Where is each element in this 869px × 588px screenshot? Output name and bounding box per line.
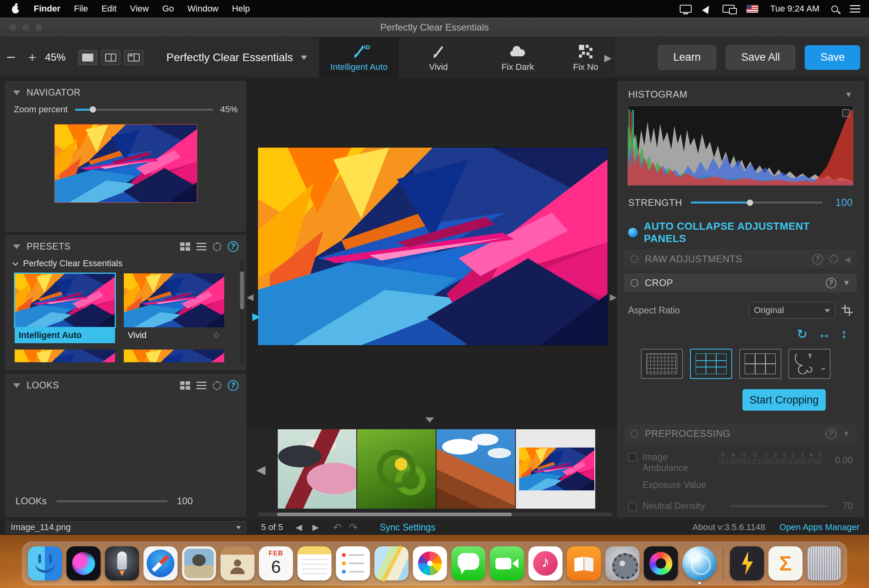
collapse-triangle-icon[interactable] [13, 244, 20, 249]
dock-sigma-app-icon[interactable] [769, 546, 803, 580]
preset-card-intelligent-auto[interactable]: Intelligent Auto [15, 273, 115, 343]
filmstrip-thumb-1[interactable] [278, 429, 357, 509]
menu-help[interactable]: Help [225, 0, 257, 17]
dock-perfectly-clear-icon[interactable] [683, 546, 717, 580]
preset-group-row[interactable]: Perfectly Clear Essentials [6, 257, 246, 273]
toggle-dot-icon[interactable] [628, 228, 638, 237]
gear-icon[interactable] [829, 255, 838, 263]
dock-facetime-icon[interactable] [490, 546, 524, 580]
collapse-triangle-icon[interactable] [13, 383, 20, 388]
filmstrip-thumb-3[interactable] [436, 429, 516, 509]
dock-messages-icon[interactable] [452, 546, 486, 580]
sync-settings-button[interactable]: Sync Settings [380, 522, 436, 533]
grid-view-icon[interactable] [180, 242, 190, 251]
airplay-icon[interactable] [680, 5, 692, 13]
grid-view-icon[interactable] [180, 381, 190, 390]
looks-header[interactable]: LOOKS [6, 375, 246, 396]
preset-group-dropdown[interactable]: Perfectly Clear Essentials [150, 37, 319, 78]
tab-intelligent-auto[interactable]: HD Intelligent Auto [319, 37, 399, 78]
gear-icon[interactable] [213, 381, 221, 390]
main-image-preview[interactable] [258, 148, 608, 345]
split-view-button[interactable] [101, 50, 120, 65]
presets-header[interactable]: PRESETS [6, 236, 246, 257]
scrollbar-thumb[interactable] [240, 271, 244, 309]
neutral-density-slider[interactable] [730, 505, 827, 507]
raw-adjustments-bar[interactable]: RAW ADJUSTMENTS [624, 250, 857, 269]
learn-button[interactable]: Learn [658, 45, 716, 70]
dock-trash-icon[interactable] [807, 546, 841, 580]
histogram-checkbox[interactable] [842, 109, 850, 117]
collapse-triangle-icon[interactable] [13, 90, 20, 95]
dock-photo-editor-icon[interactable] [644, 546, 678, 580]
dock-calendar-icon[interactable]: FEB 6 [259, 546, 293, 580]
list-view-icon[interactable] [196, 242, 206, 251]
previous-image-button[interactable] [296, 523, 302, 532]
undo-icon[interactable] [333, 521, 342, 534]
menu-clock[interactable]: Tue 9:24 AM [770, 4, 819, 14]
input-language-flag-icon[interactable] [746, 5, 758, 13]
spotlight-search-icon[interactable] [831, 6, 838, 12]
image-ambulance-checkbox[interactable] [628, 453, 637, 461]
grid-button[interactable] [739, 349, 781, 379]
tab-vivid[interactable]: Vivid [399, 37, 478, 78]
presets-scrollbar[interactable] [240, 261, 244, 365]
filmstrip-scroll-left-arrow[interactable] [256, 463, 265, 477]
preprocessing-bar[interactable]: PREPROCESSING [624, 424, 857, 443]
expand-panel-arrow[interactable] [252, 310, 260, 323]
dock-lightning-app-icon[interactable] [730, 546, 764, 580]
collapse-triangle-icon[interactable] [845, 90, 853, 99]
scrollbar-thumb[interactable] [277, 513, 512, 516]
location-icon[interactable] [702, 4, 712, 14]
filmstrip-thumb-4-selected[interactable] [516, 429, 595, 509]
next-image-button[interactable] [312, 523, 319, 532]
list-view-icon[interactable] [196, 381, 206, 390]
menu-edit[interactable]: Edit [95, 0, 123, 17]
looks-strength-slider[interactable] [56, 500, 167, 502]
filename-dropdown[interactable]: Image_114.png [6, 521, 246, 533]
zoom-percent-slider[interactable] [75, 109, 213, 111]
crop-bar[interactable]: CROP [624, 273, 857, 292]
preset-card[interactable] [15, 350, 115, 361]
fine-grid-button[interactable] [641, 349, 683, 379]
collapse-triangle-icon[interactable] [843, 429, 850, 438]
dock-books-icon[interactable] [567, 546, 601, 580]
dock-contacts-icon[interactable] [221, 546, 255, 580]
help-icon[interactable] [826, 278, 836, 288]
menu-view[interactable]: View [123, 0, 156, 17]
dock-finder-icon[interactable] [28, 546, 62, 580]
crop-tool-icon[interactable] [842, 305, 853, 316]
single-view-button[interactable] [78, 50, 97, 65]
dock-system-preferences-icon[interactable] [606, 546, 640, 580]
auto-collapse-row[interactable]: AUTO COLLAPSE ADJUSTMENT PANELS [628, 220, 853, 245]
neutral-density-checkbox[interactable] [628, 502, 637, 511]
save-button[interactable]: Save [805, 45, 860, 70]
flip-horizontal-icon[interactable] [818, 327, 831, 342]
slider-knob[interactable] [747, 200, 753, 206]
dock-maps-icon[interactable] [375, 546, 409, 580]
collapse-left-icon[interactable] [844, 255, 850, 264]
apple-menu-icon[interactable] [10, 4, 21, 14]
dock-mail-icon[interactable] [182, 546, 216, 580]
strength-slider[interactable] [691, 202, 823, 204]
dock-photos-icon[interactable] [413, 546, 447, 580]
gear-icon[interactable] [213, 242, 221, 251]
save-all-button[interactable]: Save All [726, 45, 796, 70]
exposure-ruler[interactable]: -5-4 -3-2 -10 12 34 5 [720, 452, 822, 464]
open-apps-manager-link[interactable]: Open Apps Manager [779, 522, 859, 532]
histogram-header[interactable]: HISTOGRAM [618, 82, 863, 105]
filmstrip-collapse-triangle[interactable] [425, 417, 434, 423]
filmstrip-thumb-2[interactable] [357, 429, 436, 509]
help-icon[interactable] [826, 429, 836, 439]
collapse-triangle-icon[interactable] [843, 279, 850, 287]
navigator-thumbnail[interactable] [54, 124, 197, 203]
dock-reminders-icon[interactable] [336, 546, 370, 580]
displays-icon[interactable] [723, 5, 734, 13]
favorite-star-icon[interactable] [212, 330, 220, 340]
navigator-header[interactable]: NAVIGATOR [6, 82, 246, 104]
dock-music-icon[interactable] [529, 546, 563, 580]
collapse-left-panel-arrow[interactable] [247, 292, 254, 302]
help-icon[interactable] [812, 254, 823, 265]
menu-finder[interactable]: Finder [27, 0, 67, 17]
dock-launchpad-icon[interactable] [105, 546, 139, 580]
menu-go[interactable]: Go [156, 0, 181, 17]
